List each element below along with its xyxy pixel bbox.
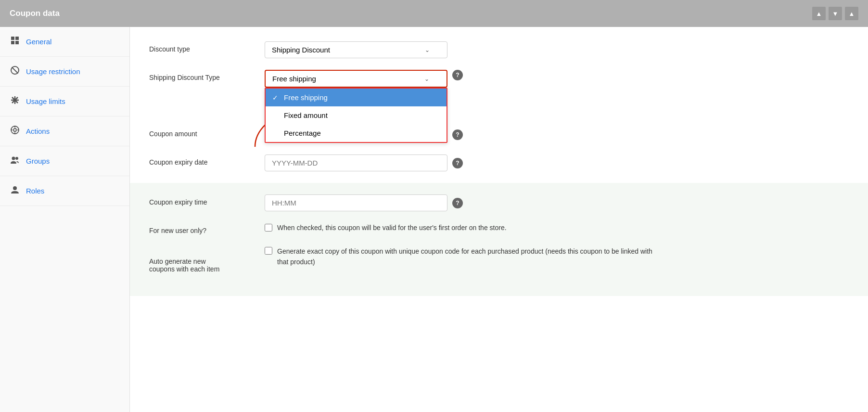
option-label-percentage: Percentage <box>284 129 321 137</box>
sidebar-item-groups[interactable]: Groups <box>0 146 129 176</box>
auto-generate-checkbox[interactable] <box>265 247 272 255</box>
header-title: Coupon data <box>10 9 60 18</box>
coupon-expiry-date-field: ? <box>265 154 849 171</box>
svg-point-16 <box>12 157 15 160</box>
shipping-discount-type-row: Shipping Discount Type Free shipping ⌄ <box>149 70 849 88</box>
coupon-amount-label: Coupon amount <box>149 126 255 138</box>
shipping-discount-type-select-wrapper: Free shipping ⌄ ✓ Free shipping Fixed am… <box>265 70 447 88</box>
discount-type-select[interactable]: Shipping Discount ⌄ <box>265 41 447 58</box>
svg-rect-2 <box>11 41 14 44</box>
sidebar-label-groups: Groups <box>26 157 50 165</box>
svg-rect-0 <box>11 37 14 40</box>
discount-type-selected-value: Shipping Discount <box>272 46 330 54</box>
checkmark-icon: ✓ <box>272 94 280 102</box>
usage-limits-icon <box>10 95 20 107</box>
shipping-discount-selected: Free shipping <box>272 75 316 83</box>
svg-point-11 <box>13 129 16 131</box>
auto-generate-label: Auto generate new coupons with each item <box>149 246 255 273</box>
dropdown-option-percentage[interactable]: Percentage <box>266 124 447 142</box>
coupon-expiry-time-label: Coupon expiry time <box>149 194 255 206</box>
coupon-expiry-date-help[interactable]: ? <box>452 158 463 168</box>
sidebar-label-actions: Actions <box>26 127 50 135</box>
discount-type-select-wrapper: Shipping Discount ⌄ <box>265 41 447 58</box>
discount-type-row: Discount type Shipping Discount ⌄ <box>149 41 849 58</box>
new-user-only-label: For new user only? <box>149 223 255 234</box>
coupon-data-header: Coupon data ▲ ▼ ▲ <box>0 0 868 27</box>
usage-restriction-icon <box>10 65 20 77</box>
dropdown-option-fixed-amount[interactable]: Fixed amount <box>266 106 447 124</box>
sidebar-label-roles: Roles <box>26 187 44 195</box>
new-user-only-checkbox-group: When checked, this coupon will be valid … <box>265 223 507 233</box>
discount-type-field: Shipping Discount ⌄ <box>265 41 849 58</box>
auto-generate-checkbox-group: Generate exact copy of this coupon with … <box>265 246 652 268</box>
auto-generate-row: Auto generate new coupons with each item… <box>149 246 849 273</box>
sidebar-label-usage-limits: Usage limits <box>26 97 65 105</box>
sidebar-item-roles[interactable]: Roles <box>0 176 129 206</box>
collapse-up-button[interactable]: ▲ <box>812 7 826 20</box>
main-layout: General Usage restriction Usage limi <box>0 27 868 412</box>
groups-icon <box>10 155 20 167</box>
coupon-expiry-date-label: Coupon expiry date <box>149 154 255 166</box>
new-user-only-field: When checked, this coupon will be valid … <box>265 223 849 233</box>
sidebar-item-general[interactable]: General <box>0 27 129 57</box>
svg-rect-3 <box>15 41 19 44</box>
sidebar-item-usage-limits[interactable]: Usage limits <box>0 87 129 116</box>
collapse-down-button[interactable]: ▼ <box>829 7 842 20</box>
coupon-expiry-date-row: Coupon expiry date ? <box>149 154 849 171</box>
shipping-discount-type-select[interactable]: Free shipping ⌄ <box>265 70 447 88</box>
shipping-discount-dropdown: ✓ Free shipping Fixed amount Percentage <box>265 88 447 143</box>
svg-rect-1 <box>15 37 19 40</box>
content-area: Discount type Shipping Discount ⌄ Shippi… <box>130 27 868 412</box>
auto-generate-field: Generate exact copy of this coupon with … <box>265 246 849 268</box>
roles-icon <box>10 185 20 197</box>
svg-line-5 <box>12 67 18 74</box>
shipping-discount-chevron: ⌄ <box>424 76 429 82</box>
new-user-only-row: For new user only? When checked, this co… <box>149 223 849 234</box>
new-user-only-checkbox[interactable] <box>265 224 272 232</box>
new-user-only-description: When checked, this coupon will be valid … <box>277 223 507 233</box>
discount-type-chevron: ⌄ <box>425 47 430 53</box>
actions-icon <box>10 125 20 137</box>
option-label-fixed-amount: Fixed amount <box>284 111 328 119</box>
coupon-amount-row: Coupon amount ? <box>149 126 849 143</box>
sidebar: General Usage restriction Usage limi <box>0 27 130 412</box>
header-controls: ▲ ▼ ▲ <box>812 7 858 20</box>
dropdown-option-free-shipping[interactable]: ✓ Free shipping <box>266 89 447 106</box>
coupon-expiry-time-help[interactable]: ? <box>452 198 463 208</box>
sidebar-item-actions[interactable]: Actions <box>0 116 129 146</box>
shipping-discount-type-label: Shipping Discount Type <box>149 70 255 81</box>
option-label-free-shipping: Free shipping <box>284 93 328 102</box>
expand-button[interactable]: ▲ <box>845 7 858 20</box>
discount-type-label: Discount type <box>149 41 255 53</box>
general-icon <box>10 36 20 48</box>
coupon-expiry-time-row: Coupon expiry time ? <box>149 194 849 211</box>
shipping-discount-type-help[interactable]: ? <box>452 70 463 80</box>
coupon-expiry-time-field: ? <box>265 194 849 211</box>
svg-point-18 <box>13 186 17 190</box>
tinted-section: Coupon expiry time ? For new user only? … <box>130 183 868 296</box>
auto-generate-description: Generate exact copy of this coupon with … <box>277 246 652 268</box>
coupon-expiry-date-input[interactable] <box>265 154 447 171</box>
coupon-expiry-time-input[interactable] <box>265 194 447 211</box>
svg-point-17 <box>15 157 18 160</box>
sidebar-label-usage-restriction: Usage restriction <box>26 67 80 76</box>
sidebar-label-general: General <box>26 38 51 46</box>
sidebar-item-usage-restriction[interactable]: Usage restriction <box>0 57 129 87</box>
shipping-discount-type-field: Free shipping ⌄ ✓ Free shipping Fixed am… <box>265 70 849 88</box>
coupon-amount-help[interactable]: ? <box>452 129 463 140</box>
